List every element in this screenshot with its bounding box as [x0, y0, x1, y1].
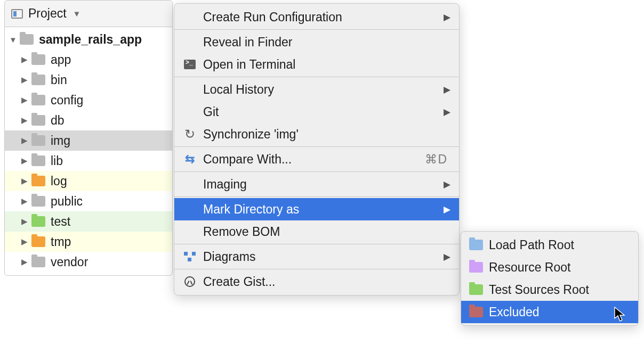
tree-root[interactable]: ▼ sample_rails_app — [5, 29, 172, 50]
folder-icon — [31, 196, 45, 207]
tree-node-label: db — [51, 113, 65, 128]
tree-item-tmp[interactable]: ▶ tmp — [5, 232, 172, 252]
menu-separator — [174, 77, 459, 77]
expand-arrow-icon[interactable]: ▶ — [21, 196, 28, 206]
folder-icon — [31, 135, 45, 146]
menu-item-label: Create Gist... — [203, 275, 275, 289]
chevron-down-icon[interactable]: ▼ — [73, 9, 81, 18]
expand-arrow-icon[interactable]: ▶ — [21, 156, 28, 166]
expand-arrow-icon[interactable]: ▶ — [21, 55, 28, 64]
menu-item-compare[interactable]: ⇆ Compare With... ⌘D — [174, 148, 459, 170]
tree-item-test[interactable]: ▶ test — [5, 211, 172, 232]
submenu-item-excluded[interactable]: Excluded — [461, 301, 638, 323]
project-view-icon — [11, 9, 23, 19]
submenu-arrow-icon: ▶ — [444, 179, 450, 190]
menu-item-create-gist[interactable]: Create Gist... — [174, 270, 459, 293]
submenu-arrow-icon: ▶ — [444, 84, 450, 95]
menu-item-label: Excluded — [489, 305, 540, 319]
menu-item-imaging[interactable]: Imaging ▶ — [174, 173, 459, 195]
menu-item-reveal[interactable]: Reveal in Finder — [174, 31, 459, 53]
folder-icon — [469, 283, 484, 297]
folder-icon — [31, 75, 45, 85]
submenu-item-test-sources[interactable]: Test Sources Root — [461, 278, 638, 301]
github-icon — [183, 275, 197, 289]
tree-node-label: public — [51, 194, 83, 209]
menu-item-label: Compare With... — [203, 152, 292, 167]
folder-icon — [31, 176, 45, 186]
menu-item-label: Test Sources Root — [489, 283, 589, 297]
menu-separator — [174, 196, 459, 197]
tree-item-app[interactable]: ▶ app — [5, 50, 172, 70]
tree-item-bin[interactable]: ▶ bin — [5, 70, 172, 90]
tree-node-label: sample_rails_app — [39, 32, 142, 47]
folder-icon — [20, 34, 34, 45]
submenu-arrow-icon: ▶ — [444, 251, 450, 262]
expand-arrow-icon[interactable]: ▶ — [21, 116, 28, 125]
menu-item-remove-bom[interactable]: Remove BOM — [174, 220, 459, 243]
menu-item-label: Synchronize 'img' — [203, 127, 299, 142]
submenu-item-resource[interactable]: Resource Root — [461, 256, 638, 278]
menu-separator — [174, 171, 459, 172]
menu-item-label: Load Path Root — [489, 238, 574, 252]
menu-item-git[interactable]: Git ▶ — [174, 101, 459, 123]
tree-node-label: test — [51, 215, 70, 229]
menu-item-mark-directory[interactable]: Mark Directory as ▶ — [174, 198, 459, 220]
folder-icon — [469, 305, 484, 319]
menu-item-label: Git — [203, 105, 219, 119]
folder-icon — [469, 260, 484, 274]
expand-arrow-icon[interactable]: ▶ — [21, 257, 28, 267]
tree-item-lib[interactable]: ▶ lib — [5, 151, 172, 171]
menu-item-local-history[interactable]: Local History ▶ — [174, 78, 459, 101]
compare-icon: ⇆ — [183, 152, 197, 166]
refresh-icon: ↻ — [183, 127, 197, 141]
expand-arrow-icon[interactable]: ▶ — [21, 217, 28, 226]
submenu-item-load-path[interactable]: Load Path Root — [461, 234, 638, 256]
menu-separator — [174, 269, 459, 269]
submenu-arrow-icon: ▶ — [444, 204, 450, 215]
menu-item-label: Mark Directory as — [203, 202, 299, 217]
toolwindow-header[interactable]: Project ▼ — [5, 1, 172, 27]
expand-arrow-icon[interactable]: ▶ — [21, 237, 28, 247]
project-toolwindow: Project ▼ ▼ sample_rails_app ▶ app ▶ bin… — [4, 0, 173, 276]
tree-node-label: log — [51, 174, 67, 188]
expand-arrow-icon[interactable]: ▶ — [21, 136, 28, 145]
submenu-arrow-icon: ▶ — [444, 12, 450, 23]
tree-node-label: bin — [51, 73, 67, 87]
tree-item-config[interactable]: ▶ config — [5, 90, 172, 110]
toolwindow-title: Project — [28, 6, 67, 21]
folder-icon — [31, 54, 45, 65]
menu-item-diagrams[interactable]: Diagrams ▶ — [174, 245, 459, 268]
tree-node-label: config — [51, 93, 83, 108]
expand-arrow-icon[interactable]: ▶ — [21, 176, 28, 186]
folder-icon — [469, 238, 484, 252]
expand-arrow-icon[interactable]: ▶ — [21, 95, 28, 105]
menu-item-label: Create Run Configuration — [203, 10, 342, 24]
context-menu: Create Run Configuration ▶ Reveal in Fin… — [174, 3, 460, 295]
folder-icon — [31, 155, 45, 166]
tree-item-vendor[interactable]: ▶ vendor — [5, 252, 172, 272]
expand-arrow-icon[interactable]: ▶ — [21, 75, 28, 85]
tree-item-public[interactable]: ▶ public — [5, 191, 172, 211]
menu-item-open-terminal[interactable]: Open in Terminal — [174, 53, 459, 76]
menu-item-label: Local History — [203, 83, 274, 97]
tree-item-log[interactable]: ▶ log — [5, 171, 172, 191]
tree-node-label: tmp — [51, 235, 71, 249]
menu-separator — [174, 244, 459, 244]
expand-arrow-icon[interactable]: ▼ — [9, 35, 17, 44]
menu-item-label: Reveal in Finder — [203, 35, 292, 50]
menu-item-label: Open in Terminal — [203, 58, 295, 72]
folder-icon — [31, 236, 45, 247]
menu-item-create-run-config[interactable]: Create Run Configuration ▶ — [174, 6, 459, 28]
tree-node-label: lib — [51, 154, 63, 168]
menu-item-synchronize[interactable]: ↻ Synchronize 'img' — [174, 123, 459, 145]
tree-node-label: img — [51, 134, 70, 148]
tree-item-db[interactable]: ▶ db — [5, 110, 172, 130]
menu-shortcut: ⌘D — [425, 152, 447, 167]
menu-item-label: Imaging — [203, 177, 247, 192]
menu-separator — [174, 29, 459, 30]
tree-node-label: app — [51, 53, 71, 67]
mark-directory-submenu: Load Path Root Resource Root Test Source… — [461, 231, 639, 326]
tree-item-img[interactable]: ▶ img — [5, 130, 172, 151]
project-tree: ▼ sample_rails_app ▶ app ▶ bin ▶ config … — [5, 27, 172, 275]
folder-icon — [31, 115, 45, 126]
